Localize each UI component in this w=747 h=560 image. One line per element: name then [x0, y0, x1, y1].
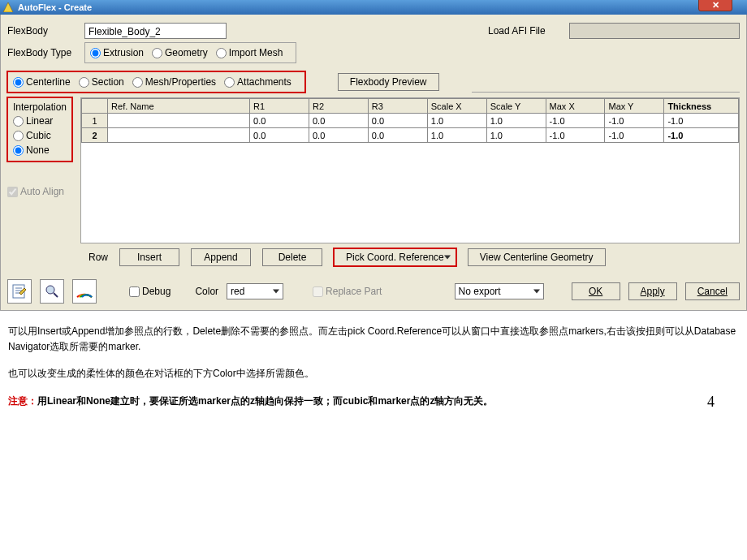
rainbow-icon[interactable]: [72, 279, 97, 304]
radio-attachments[interactable]: Attachments: [224, 76, 291, 88]
reference-grid[interactable]: Ref. Name R1 R2 R3 Scale X Scale Y Max X…: [80, 97, 740, 243]
paragraph-2: 也可以改变生成的柔性体的颜色在对话框的下方Color中选择所需颜色。: [8, 366, 739, 381]
radio-import-mesh[interactable]: Import Mesh: [216, 47, 283, 58]
paragraph-3: 注意：用Linear和None建立时，要保证所选marker点的z轴趋向保持一致…: [8, 394, 739, 409]
interpolation-group: Interpolation Linear Cubic None: [7, 97, 72, 162]
explanation-text: 可以用Insert或Append增加参照点的行数，Delete删除不需要的参照点…: [0, 311, 747, 437]
radio-none[interactable]: None: [13, 144, 58, 156]
afi-file-input[interactable]: [569, 23, 740, 39]
interpolation-label: Interpolation: [13, 101, 67, 113]
radio-mesh-properties[interactable]: Mesh/Properties: [132, 76, 216, 88]
flexbody-type-label: FlexBody Type: [7, 47, 84, 58]
app-icon: [3, 2, 13, 12]
row-label: Row: [89, 252, 108, 263]
delete-button[interactable]: Delete: [262, 248, 322, 266]
pick-coord-reference-button[interactable]: Pick Coord. Reference: [334, 248, 456, 266]
window-title: AutoFlex - Create: [18, 2, 92, 12]
page-number: 4: [707, 390, 715, 414]
magnify-icon[interactable]: [40, 279, 64, 304]
radio-linear[interactable]: Linear: [13, 115, 58, 127]
radio-extrusion[interactable]: Extrusion: [90, 47, 144, 58]
flexbody-name-input[interactable]: Flexible_Body_2: [84, 23, 227, 39]
load-afi-label: Load AFI File: [488, 25, 569, 37]
flexbody-label: FlexBody: [7, 25, 84, 37]
svg-line-7: [54, 293, 58, 297]
cancel-button[interactable]: Cancel: [685, 282, 740, 300]
grid-row[interactable]: 2 0.00.00.01.01.0-1.0-1.0-1.0: [82, 128, 739, 143]
append-button[interactable]: Append: [191, 248, 251, 266]
apply-button[interactable]: Apply: [628, 282, 677, 300]
export-select[interactable]: No export: [455, 283, 544, 299]
color-select[interactable]: red: [227, 283, 283, 299]
auto-align-checkbox[interactable]: Auto Align: [7, 186, 72, 197]
notes-icon[interactable]: [7, 279, 32, 304]
radio-section[interactable]: Section: [79, 76, 124, 88]
radio-centerline[interactable]: Centerline: [13, 76, 71, 88]
dialog-window: AutoFlex - Create FlexBody Flexible_Body…: [0, 0, 747, 311]
color-label: Color: [195, 286, 218, 297]
paragraph-1: 可以用Insert或Append增加参照点的行数，Delete删除不需要的参照点…: [8, 324, 739, 355]
flexbody-preview-button[interactable]: Flexbody Preview: [338, 73, 439, 91]
view-tabs-group: Centerline Section Mesh/Properties Attac…: [7, 71, 305, 93]
ok-button[interactable]: OK: [572, 282, 620, 300]
replace-part-checkbox[interactable]: Replace Part: [313, 286, 382, 297]
svg-marker-0: [3, 2, 13, 12]
svg-point-6: [46, 286, 54, 294]
grid-header-row: Ref. Name R1 R2 R3 Scale X Scale Y Max X…: [82, 99, 739, 114]
view-centerline-geometry-button[interactable]: View Centerline Geometry: [468, 248, 606, 266]
grid-row[interactable]: 1 0.00.00.01.01.0-1.0-1.0-1.0: [82, 114, 739, 128]
close-button[interactable]: [698, 0, 732, 11]
insert-button[interactable]: Insert: [119, 248, 179, 266]
debug-checkbox[interactable]: Debug: [129, 286, 171, 297]
radio-cubic[interactable]: Cubic: [13, 130, 58, 141]
radio-geometry[interactable]: Geometry: [152, 47, 208, 58]
title-bar[interactable]: AutoFlex - Create: [0, 0, 747, 15]
flexbody-type-group: Extrusion Geometry Import Mesh: [84, 42, 296, 63]
